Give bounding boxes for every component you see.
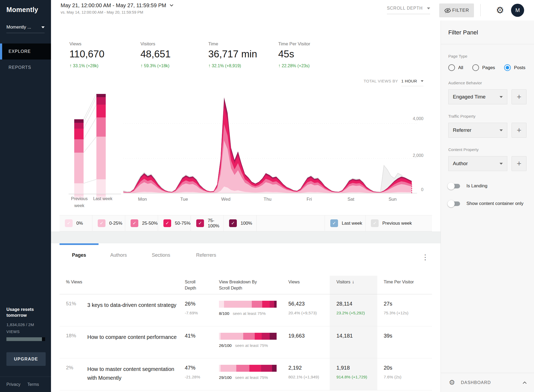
mini-bar-segment bbox=[74, 123, 84, 129]
table-row[interactable]: 51%3 keys to data-driven content strateg… bbox=[60, 294, 432, 326]
cell-view-breakdown: 29/100seen at least 75% bbox=[217, 358, 283, 390]
checkbox-checked-icon: ✓ bbox=[65, 219, 73, 227]
privacy-link[interactable]: Privacy bbox=[6, 382, 20, 387]
dashboard-footer-button[interactable]: ⚙ DASHBOARD bbox=[441, 373, 534, 392]
column-header-views[interactable]: Views bbox=[283, 276, 330, 294]
site-selector-dropdown[interactable]: Momently ... bbox=[6, 25, 45, 33]
breakdown-segment bbox=[270, 333, 277, 340]
table-body: 51%3 keys to data-driven content strateg… bbox=[60, 294, 432, 390]
sidebar-footer: Privacy Terms bbox=[0, 377, 51, 392]
table-row[interactable]: 2%How to master content segmentation wit… bbox=[60, 358, 432, 390]
audience-behavior-select[interactable]: Engaged Time bbox=[448, 89, 507, 104]
add-content-property-button[interactable]: + bbox=[512, 156, 527, 171]
up-arrow-icon: ↑ bbox=[140, 63, 143, 69]
mini-bar-segment bbox=[74, 129, 84, 139]
cell-scroll-depth: 47%-21.28% bbox=[185, 358, 217, 390]
sidebar-item-reports[interactable]: REPORTS bbox=[0, 60, 51, 76]
terms-link[interactable]: Terms bbox=[27, 382, 39, 387]
cell-title: How to compare content performance bbox=[87, 326, 185, 358]
dashboard-label: DASHBOARD bbox=[461, 380, 491, 385]
metric-value: 45s bbox=[278, 49, 310, 60]
chevron-down-icon bbox=[170, 3, 174, 6]
filter-toggle-button[interactable]: FILTER bbox=[439, 3, 474, 17]
metric-delta-value: 22.28% (+23s) bbox=[282, 64, 310, 68]
legend-label: 75-100% bbox=[208, 218, 223, 229]
scroll-depth-breakdown-bar bbox=[219, 365, 277, 372]
breakdown-segment bbox=[272, 365, 277, 372]
breakdown-segment bbox=[262, 333, 270, 340]
checkbox-checked-icon: ✓ bbox=[330, 219, 338, 227]
cell-title: How to master content segmentation with … bbox=[87, 358, 185, 390]
show-content-container-toggle-row[interactable]: Show content container only bbox=[448, 201, 527, 206]
column-header-pct-views[interactable]: % Views bbox=[60, 276, 87, 294]
mini-chart-label-last-week: Last week bbox=[91, 195, 115, 202]
table-row[interactable]: 18%How to compare content performance41%… bbox=[60, 326, 432, 358]
usage-meter: Usage resets tomorrow 1,834,026 / 2M VIE… bbox=[6, 306, 46, 341]
legend-band-cells: ✓0%✓0-25%✓25-50%✓50-75%✓75-100%✓100% bbox=[60, 215, 257, 231]
legend-label: Previous week bbox=[382, 221, 412, 226]
audience-behavior-label: Audience Behavior bbox=[448, 81, 527, 85]
breakdown-segment bbox=[221, 333, 243, 340]
page-title-link[interactable]: How to compare content performance bbox=[87, 333, 178, 342]
radio-all[interactable]: All bbox=[448, 64, 463, 71]
column-header-visitors[interactable]: Visitors↓ bbox=[330, 276, 377, 294]
kebab-menu-icon[interactable]: ⋮ bbox=[422, 253, 429, 262]
breakdown-segment bbox=[224, 301, 252, 308]
page-title-link[interactable]: How to master content segmentation with … bbox=[87, 365, 178, 382]
legend-band-checkbox[interactable]: ✓0% bbox=[60, 215, 92, 231]
legend-label: 100% bbox=[241, 221, 252, 226]
page-title-link[interactable]: 3 keys to data-driven content strategy bbox=[87, 301, 178, 310]
radio-unselected-icon bbox=[472, 64, 479, 71]
legend-last-week-checkbox[interactable]: ✓ Last week bbox=[325, 215, 365, 231]
depth-note: seen at least 75% bbox=[235, 343, 268, 348]
cell-pct-views: 51% bbox=[60, 294, 87, 326]
sidebar-item-explore[interactable]: EXPLORE bbox=[0, 43, 51, 60]
tab-sections[interactable]: Sections bbox=[139, 252, 183, 258]
cell-view-breakdown: 26/100seen at least 75% bbox=[217, 326, 283, 358]
views-value: 56,423 bbox=[288, 301, 330, 307]
x-axis-day-label: Sun bbox=[388, 197, 396, 202]
mini-bar-segment bbox=[96, 97, 106, 105]
cell-pct-views: 2% bbox=[60, 358, 87, 390]
is-landing-toggle-row[interactable]: Is Landing bbox=[448, 183, 527, 189]
toggle-off-switch[interactable] bbox=[448, 201, 460, 206]
topbar: May 21, 12:00:00 AM - May 27, 11:59:59 P… bbox=[51, 0, 534, 21]
date-range-picker[interactable]: May 21, 12:00:00 AM - May 27, 11:59:59 P… bbox=[61, 2, 173, 14]
legend-band-checkbox[interactable]: ✓25-50% bbox=[125, 215, 158, 231]
metric-selector-value: SCROLL DEPTH bbox=[387, 6, 423, 11]
add-audience-behavior-button[interactable]: + bbox=[512, 89, 527, 104]
column-header-time-per-visitor[interactable]: Time Per Visitor bbox=[377, 276, 432, 294]
tab-referrers[interactable]: Referrers bbox=[183, 252, 229, 258]
y-axis-tick: 0 bbox=[403, 187, 423, 192]
radio-selected-icon bbox=[504, 64, 511, 71]
column-header-view-breakdown[interactable]: View Breakdown By Scroll Depth bbox=[219, 279, 264, 291]
tab-authors[interactable]: Authors bbox=[99, 252, 139, 258]
content-property-select[interactable]: Author bbox=[448, 156, 507, 171]
add-traffic-property-button[interactable]: + bbox=[512, 123, 527, 138]
metric-label: Views bbox=[69, 41, 104, 47]
time-per-visitor-value: 20s bbox=[384, 365, 432, 371]
upgrade-button[interactable]: UPGRADE bbox=[6, 352, 46, 366]
total-views-area-chart[interactable]: MonTueWedThuFriSatSun bbox=[123, 91, 422, 203]
traffic-property-select[interactable]: Referrer bbox=[448, 123, 507, 138]
legend-band-checkbox[interactable]: ✓50-75% bbox=[158, 215, 191, 231]
radio-unselected-icon bbox=[448, 64, 455, 71]
tab-pages[interactable]: Pages bbox=[60, 252, 99, 258]
legend-previous-week-checkbox[interactable]: ✓ Previous week bbox=[365, 215, 432, 231]
legend-band-checkbox[interactable]: ✓100% bbox=[224, 215, 257, 231]
metric-selector-dropdown[interactable]: SCROLL DEPTH bbox=[387, 6, 430, 14]
toggle-off-switch[interactable] bbox=[448, 184, 460, 188]
radio-posts[interactable]: Posts bbox=[504, 64, 525, 71]
legend-band-checkbox[interactable]: ✓75-100% bbox=[191, 215, 224, 231]
legend-band-checkbox[interactable]: ✓0-25% bbox=[92, 215, 125, 231]
radio-pages[interactable]: Pages bbox=[472, 64, 495, 71]
chevron-down-icon bbox=[427, 7, 430, 9]
column-header-scroll-depth[interactable]: Scroll Depth bbox=[185, 279, 203, 291]
settings-gear-icon[interactable]: ⚙ bbox=[496, 2, 504, 18]
interval-value: 1 HOUR bbox=[401, 79, 417, 83]
interval-dropdown[interactable]: 1 HOUR bbox=[401, 79, 423, 86]
cell-time-per-visitor: 27s75.3% (+12s) bbox=[377, 294, 432, 326]
filter-button-label: FILTER bbox=[452, 8, 469, 13]
avatar[interactable]: M bbox=[511, 4, 524, 17]
content-property-label: Content Property bbox=[448, 147, 527, 152]
